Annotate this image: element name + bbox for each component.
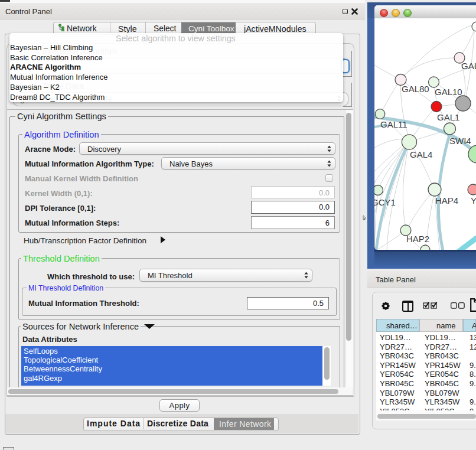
svg-text:SWI4: SWI4 bbox=[449, 136, 471, 146]
svg-text:GAL80: GAL80 bbox=[402, 84, 429, 94]
svg-text:GAL10: GAL10 bbox=[435, 87, 462, 97]
svg-text:GAL1: GAL1 bbox=[437, 112, 459, 122]
svg-text:GAL7: GAL7 bbox=[461, 61, 476, 71]
svg-text:GAL11: GAL11 bbox=[380, 119, 407, 129]
svg-text:HAP4: HAP4 bbox=[435, 195, 458, 206]
svg-text:Y: Y bbox=[471, 195, 476, 206]
svg-text:HAP2: HAP2 bbox=[406, 234, 429, 244]
svg-text:GCY1: GCY1 bbox=[374, 197, 396, 207]
svg-text:GAL4: GAL4 bbox=[410, 149, 432, 159]
